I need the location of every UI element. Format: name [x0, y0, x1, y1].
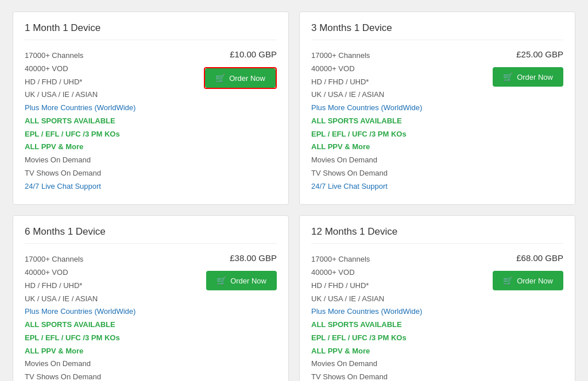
feature-item: EPL / EFL / UFC /3 PM KOs: [311, 128, 422, 141]
feature-item: TV Shows On Demand: [25, 371, 136, 381]
feature-list: 17000+ Channels40000+ VODHD / FHD / UHD*…: [311, 253, 422, 381]
feature-item: Movies On Demand: [311, 357, 422, 371]
card-title: 6 Months 1 Device: [25, 226, 277, 244]
card-title: 3 Months 1 Device: [311, 22, 563, 40]
feature-item: ALL SPORTS AVAILABLE: [25, 115, 136, 128]
feature-item: TV Shows On Demand: [311, 167, 422, 180]
card-right-side: £25.00 GBP🛒Order Now: [483, 49, 563, 87]
feature-item: Movies On Demand: [25, 357, 136, 371]
order-button-wrapper: 🛒Order Now: [493, 67, 563, 87]
price-label: £68.00 GBP: [516, 253, 563, 263]
pricing-card-plan-3months: 3 Months 1 Device17000+ Channels40000+ V…: [299, 11, 575, 205]
feature-item: Plus More Countries (WorldWide): [311, 305, 422, 318]
feature-item: EPL / EFL / UFC /3 PM KOs: [25, 332, 136, 345]
feature-item: HD / FHD / UHD*: [311, 279, 422, 293]
feature-item: HD / FHD / UHD*: [25, 76, 136, 89]
feature-item: 17000+ Channels: [25, 253, 136, 266]
order-button-label: Order Now: [229, 74, 265, 83]
feature-item: UK / USA / IE / ASIAN: [25, 88, 136, 102]
card-right-side: £38.00 GBP🛒Order Now: [196, 253, 277, 290]
card-right-side: £68.00 GBP🛒Order Now: [483, 253, 563, 290]
feature-item: 40000+ VOD: [25, 266, 136, 279]
order-button[interactable]: 🛒Order Now: [206, 271, 277, 290]
order-button-wrapper: 🛒Order Now: [206, 271, 277, 290]
feature-item: UK / USA / IE / ASIAN: [25, 293, 136, 306]
feature-item: ALL PPV & More: [25, 345, 136, 358]
cart-icon: 🛒: [503, 72, 513, 81]
feature-item: Movies On Demand: [311, 154, 422, 167]
order-button-label: Order Now: [517, 73, 553, 81]
cart-icon: 🛒: [503, 276, 513, 285]
order-button-label: Order Now: [517, 277, 553, 285]
feature-list: 17000+ Channels40000+ VODHD / FHD / UHD*…: [25, 49, 136, 193]
card-body: 17000+ Channels40000+ VODHD / FHD / UHD*…: [311, 49, 563, 193]
price-label: £25.00 GBP: [516, 49, 563, 59]
feature-item: 40000+ VOD: [311, 63, 422, 76]
card-title: 1 Month 1 Device: [25, 22, 277, 40]
order-button-wrapper: 🛒Order Now: [204, 67, 277, 89]
order-button[interactable]: 🛒Order Now: [493, 67, 563, 87]
card-body: 17000+ Channels40000+ VODHD / FHD / UHD*…: [25, 253, 277, 381]
card-body: 17000+ Channels40000+ VODHD / FHD / UHD*…: [311, 253, 563, 381]
feature-item: EPL / EFL / UFC /3 PM KOs: [25, 128, 136, 141]
card-right-side: £10.00 GBP🛒Order Now: [196, 49, 277, 89]
card-body: 17000+ Channels40000+ VODHD / FHD / UHD*…: [25, 49, 277, 193]
cart-icon: 🛒: [216, 276, 226, 285]
feature-item: 40000+ VOD: [25, 63, 136, 76]
order-button-wrapper: 🛒Order Now: [493, 271, 563, 290]
order-button-label: Order Now: [230, 277, 266, 285]
feature-item: Movies On Demand: [25, 154, 136, 167]
feature-item: ALL SPORTS AVAILABLE: [25, 318, 136, 332]
pricing-grid: 1 Month 1 Device17000+ Channels40000+ VO…: [13, 11, 575, 381]
pricing-card-plan-6months: 6 Months 1 Device17000+ Channels40000+ V…: [13, 215, 289, 381]
feature-item: UK / USA / IE / ASIAN: [311, 88, 422, 102]
feature-item: HD / FHD / UHD*: [311, 76, 422, 89]
feature-item: 24/7 Live Chat Support: [25, 180, 136, 193]
feature-item: TV Shows On Demand: [311, 371, 422, 381]
feature-item: Plus More Countries (WorldWide): [311, 102, 422, 115]
feature-item: TV Shows On Demand: [25, 167, 136, 180]
feature-list: 17000+ Channels40000+ VODHD / FHD / UHD*…: [311, 49, 422, 193]
feature-item: ALL SPORTS AVAILABLE: [311, 318, 422, 332]
feature-list: 17000+ Channels40000+ VODHD / FHD / UHD*…: [25, 253, 136, 381]
feature-item: 24/7 Live Chat Support: [311, 180, 422, 193]
feature-item: 17000+ Channels: [311, 49, 422, 63]
feature-item: Plus More Countries (WorldWide): [25, 102, 136, 115]
pricing-card-plan-1month: 1 Month 1 Device17000+ Channels40000+ VO…: [13, 11, 289, 205]
feature-item: Plus More Countries (WorldWide): [25, 305, 136, 318]
cart-icon: 🛒: [215, 73, 225, 83]
order-button[interactable]: 🛒Order Now: [493, 271, 563, 290]
feature-item: 40000+ VOD: [311, 266, 422, 279]
feature-item: EPL / EFL / UFC /3 PM KOs: [311, 332, 422, 345]
feature-item: ALL PPV & More: [311, 345, 422, 358]
feature-item: 17000+ Channels: [25, 49, 136, 63]
order-button[interactable]: 🛒Order Now: [205, 68, 276, 88]
feature-item: ALL PPV & More: [25, 141, 136, 154]
feature-item: ALL PPV & More: [311, 141, 422, 154]
feature-item: 17000+ Channels: [311, 253, 422, 266]
feature-item: HD / FHD / UHD*: [25, 279, 136, 293]
price-label: £10.00 GBP: [230, 49, 277, 59]
pricing-card-plan-12months: 12 Months 1 Device17000+ Channels40000+ …: [299, 215, 575, 381]
feature-item: UK / USA / IE / ASIAN: [311, 293, 422, 306]
price-label: £38.00 GBP: [230, 253, 277, 263]
card-title: 12 Months 1 Device: [311, 226, 563, 244]
feature-item: ALL SPORTS AVAILABLE: [311, 115, 422, 128]
